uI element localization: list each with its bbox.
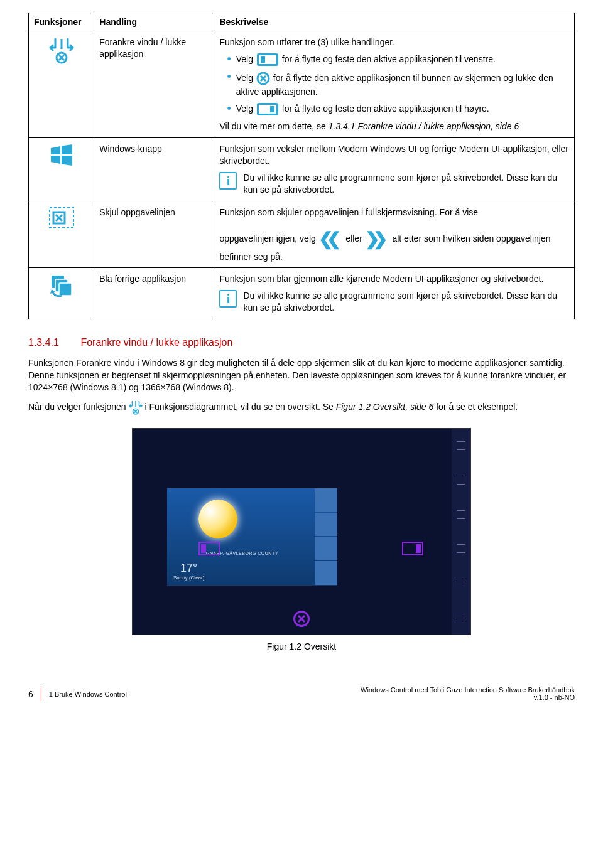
- section-title: Forankre vindu / lukke applikasjon: [80, 337, 232, 348]
- info-text: Du vil ikke kunne se alle programmene so…: [243, 172, 569, 196]
- close-circle-icon: [256, 71, 271, 86]
- svg-marker-2: [51, 146, 60, 154]
- cross-ref: 1.3.4.1 Forankre vindu / lukke applikasj…: [329, 121, 519, 131]
- desc-text: Funksjon som skjuler oppgavelinjen i ful…: [219, 206, 569, 218]
- page-footer: 6 1 Bruke Windows Control Windows Contro…: [0, 686, 603, 714]
- desc-text: Funksjon som utfører tre (3) ulike handl…: [219, 36, 569, 48]
- text: i Funksjonsdiagrammet, vil du se en over…: [144, 402, 335, 412]
- text: for å flytte og feste den aktive applika…: [282, 104, 489, 114]
- text: for å flytte den aktive applikasjonen ti…: [236, 73, 553, 97]
- tile-cond: Sunny (Clear): [173, 575, 204, 581]
- svg-marker-5: [62, 156, 72, 166]
- dock-close-icon: [129, 399, 143, 415]
- table-row: Skjul oppgavelinjen Funksjon som skjuler…: [29, 201, 575, 268]
- text: oppgavelinjen igjen, velg: [219, 233, 318, 243]
- page-number: 6: [28, 689, 33, 699]
- th-func: Funksjoner: [29, 13, 94, 31]
- info-note: i Du vil ikke kunne se alle programmene …: [219, 172, 569, 196]
- windows-logo-icon: [50, 143, 73, 167]
- th-handling: Handling: [94, 13, 214, 31]
- info-icon: i: [219, 290, 237, 308]
- functions-table: Funksjoner Handling Beskrivelse Forankre…: [28, 13, 575, 319]
- text: Velg: [236, 54, 256, 64]
- footer-chapter: 1 Bruke Windows Control: [49, 690, 127, 698]
- cross-ref: Figur 1.2 Oversikt, side 6: [336, 402, 434, 412]
- switch-app-icon: [49, 273, 74, 298]
- text: for å flytte og feste den aktive applika…: [282, 54, 496, 64]
- tile-temp: 17°: [180, 562, 197, 574]
- figure-title: Oversikt: [304, 641, 336, 651]
- desc-text: Funksjon som blar gjennom alle kjørende …: [219, 273, 569, 285]
- svg-marker-3: [62, 144, 72, 154]
- text: Velg: [236, 104, 256, 114]
- th-desc: Beskrivelse: [214, 13, 575, 31]
- section-heading: 1.3.4.1 Forankre vindu / lukke applikasj…: [28, 337, 575, 348]
- bullet-item: • Velg for å flytte og feste den aktive …: [219, 53, 569, 66]
- cell-handling: Skjul oppgavelinjen: [94, 201, 214, 268]
- weather-tile: GNARP, GÄVLEBORG COUNTY 17° Sunny (Clear…: [167, 488, 337, 586]
- bullet-item: • Velg for å flytte den aktive applikasj…: [219, 71, 569, 98]
- figure-caption: Figur 1.2 Oversikt: [28, 641, 575, 651]
- section-number: 1.3.4.1: [28, 337, 59, 348]
- hide-taskbar-icon: [48, 206, 75, 229]
- chevron-left-icon: ❮❮: [318, 227, 335, 251]
- overlay-close-icon: [293, 611, 310, 627]
- overlay-dock-right-icon: [402, 542, 423, 555]
- text: Velg: [236, 73, 256, 83]
- figure: GNARP, GÄVLEBORG COUNTY 17° Sunny (Clear…: [28, 428, 575, 635]
- table-row: Windows-knapp Funksjon som veksler mello…: [29, 138, 575, 201]
- bullet-item: • Velg for å flytte og feste den aktive …: [219, 103, 569, 115]
- info-text: Du vil ikke kunne se alle programmene so…: [243, 290, 569, 314]
- cell-handling: Forankre vindu / lukke applikasjon: [94, 31, 214, 138]
- text: Når du velger funksjonen: [28, 402, 129, 412]
- dock-right-icon: [257, 103, 278, 115]
- chevron-right-icon: ❯❯: [365, 227, 381, 251]
- bullet-dot-icon: •: [227, 53, 231, 65]
- text: for å se et eksempel.: [436, 402, 518, 412]
- desc-text: Funksjon som veksler mellom Modern Windo…: [219, 143, 569, 167]
- footer-divider: [41, 687, 41, 701]
- cell-handling: Bla forrige applikasjon: [94, 268, 214, 319]
- overlay-dock-left-icon: [198, 542, 220, 555]
- table-row: Forankre vindu / lukke applikasjon Funks…: [29, 31, 575, 138]
- text: Vil du vite mer om dette, se: [219, 121, 328, 131]
- info-note: i Du vil ikke kunne se alle programmene …: [219, 290, 569, 314]
- footer-doc-title: Windows Control med Tobii Gaze Interacti…: [361, 686, 575, 694]
- text: eller: [345, 233, 364, 243]
- body-text: Funksjonen Forankre vindu i Windows 8 gi…: [28, 357, 575, 394]
- svg-rect-10: [59, 283, 72, 296]
- table-row: Bla forrige applikasjon Funksjon som bla…: [29, 268, 575, 319]
- cell-handling: Windows-knapp: [94, 138, 214, 201]
- dock-left-icon: [257, 53, 278, 66]
- bullet-dot-icon: •: [227, 103, 231, 114]
- footer-version: v.1.0 - nb-NO: [361, 694, 575, 701]
- figure-screenshot: GNARP, GÄVLEBORG COUNTY 17° Sunny (Clear…: [132, 428, 471, 635]
- body-text: Når du velger funksjonen i Funksjonsdiag…: [28, 399, 575, 415]
- info-icon: i: [219, 172, 237, 190]
- bullet-dot-icon: •: [227, 71, 231, 82]
- svg-marker-4: [51, 156, 60, 164]
- dock-close-icon: [49, 36, 74, 64]
- figure-number: Figur 1.2: [267, 641, 302, 651]
- figure-sidebar: [452, 429, 470, 635]
